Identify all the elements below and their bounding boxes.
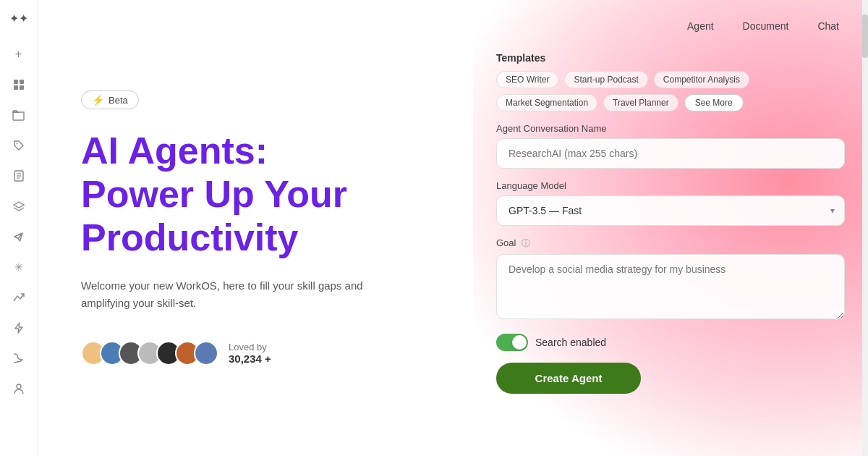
search-enabled-label: Search enabled: [535, 337, 606, 348]
svg-rect-2: [14, 85, 18, 90]
template-tags-row1: SEO Writer Start-up Podcast Competitor A…: [496, 71, 845, 88]
template-market-segmentation[interactable]: Market Segmentation: [496, 94, 597, 111]
conversation-name-input[interactable]: [496, 138, 845, 169]
loved-by-text: Loved by 30,234 +: [229, 342, 271, 365]
lightning-icon: ⚡: [92, 94, 104, 106]
hero-subtitle: Welcome your new WorkOS, here to fill yo…: [81, 277, 385, 312]
sidebar: ✦✦ + ✳: [0, 0, 38, 456]
folder-icon[interactable]: [6, 102, 32, 128]
nav-document[interactable]: Document: [737, 17, 795, 35]
grid-icon[interactable]: [6, 72, 32, 98]
avatar: [194, 341, 218, 366]
logo: ✦✦: [9, 12, 28, 25]
goal-label: Goal ⓘ: [496, 237, 845, 250]
hero-title: AI Agents: Power Up Your Productivity: [81, 130, 430, 259]
tag-icon[interactable]: [6, 132, 32, 159]
conversation-name-label: Agent Conversation Name: [496, 123, 845, 134]
asterisk-icon[interactable]: ✳: [6, 254, 32, 280]
svg-text:✳: ✳: [14, 261, 23, 273]
layers-icon[interactable]: [6, 193, 32, 219]
goal-info-icon: ⓘ: [522, 238, 530, 248]
see-more-button[interactable]: See More: [684, 94, 744, 111]
svg-rect-3: [20, 85, 24, 90]
social-proof: Loved by 30,234 +: [81, 341, 430, 366]
templates-section: Templates SEO Writer Start-up Podcast Co…: [496, 52, 845, 111]
scrollbar-track[interactable]: [862, 0, 868, 456]
moon-icon[interactable]: [6, 345, 32, 371]
person-icon[interactable]: [6, 376, 32, 402]
template-competitor-analysis[interactable]: Competitor Analysis: [654, 71, 749, 88]
right-content: Agent Document Chat Templates SEO Writer…: [496, 17, 845, 394]
goal-group: Goal ⓘ: [496, 237, 845, 322]
nav-agent[interactable]: Agent: [681, 17, 720, 35]
language-model-label: Language Model: [496, 180, 845, 191]
templates-label: Templates: [496, 52, 845, 64]
avatar-group: [81, 341, 218, 366]
template-seo-writer[interactable]: SEO Writer: [496, 71, 558, 88]
svg-rect-0: [14, 80, 18, 84]
svg-point-10: [17, 384, 21, 389]
svg-point-4: [16, 143, 17, 145]
bolt-icon[interactable]: [6, 315, 32, 341]
document-icon[interactable]: [6, 163, 32, 189]
template-startup-podcast[interactable]: Start-up Podcast: [564, 71, 647, 88]
beta-badge: ⚡ Beta: [81, 90, 139, 109]
nav-chat[interactable]: Chat: [812, 17, 845, 35]
template-tags-row2: Market Segmentation Travel Planner See M…: [496, 94, 845, 111]
language-model-select[interactable]: GPT-3.5 — Fast GPT-4 — Powerful Claude —…: [496, 195, 845, 226]
language-model-select-wrapper: GPT-3.5 — Fast GPT-4 — Powerful Claude —…: [496, 195, 845, 226]
top-nav: Agent Document Chat: [496, 17, 845, 35]
hero-section: ⚡ Beta AI Agents: Power Up Your Producti…: [38, 0, 473, 456]
language-model-group: Language Model GPT-3.5 — Fast GPT-4 — Po…: [496, 180, 845, 226]
right-panel: Agent Document Chat Templates SEO Writer…: [473, 0, 868, 456]
scrollbar-thumb[interactable]: [862, 14, 868, 58]
search-enabled-toggle[interactable]: [496, 334, 528, 351]
svg-rect-1: [20, 80, 24, 84]
create-agent-button[interactable]: Create Agent: [496, 363, 641, 394]
toggle-thumb: [512, 335, 527, 350]
template-travel-planner[interactable]: Travel Planner: [603, 94, 678, 111]
goal-textarea[interactable]: [496, 254, 845, 319]
beta-label: Beta: [109, 95, 128, 106]
add-icon[interactable]: +: [6, 41, 32, 67]
conversation-name-group: Agent Conversation Name: [496, 123, 845, 169]
send-icon[interactable]: [6, 224, 32, 250]
search-enabled-toggle-row: Search enabled: [496, 334, 845, 351]
trending-icon[interactable]: [6, 284, 32, 311]
